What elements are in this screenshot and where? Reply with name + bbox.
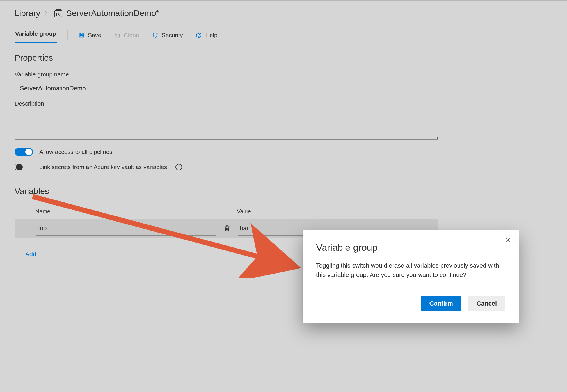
- security-label: Security: [162, 32, 183, 38]
- security-button[interactable]: Security: [149, 29, 186, 41]
- variables-header-row: Name ↑ Value: [15, 204, 438, 219]
- variables-heading: Variables: [15, 186, 552, 196]
- add-variable-button[interactable]: Add: [15, 250, 36, 258]
- vg-name-label: Variable group name: [15, 71, 438, 78]
- svg-rect-0: [116, 34, 119, 37]
- column-name[interactable]: Name ↑: [35, 208, 217, 215]
- var-name-input[interactable]: [36, 221, 216, 236]
- allow-access-toggle[interactable]: [15, 148, 33, 156]
- description-textarea[interactable]: [15, 110, 438, 140]
- help-button[interactable]: Help: [193, 29, 220, 41]
- breadcrumb-library-link[interactable]: Library: [15, 8, 40, 18]
- link-keyvault-label: Link secrets from an Azure key vault as …: [39, 164, 167, 170]
- svg-point-2: [199, 36, 199, 37]
- properties-heading: Properties: [15, 53, 552, 63]
- plus-icon: [15, 251, 21, 257]
- save-icon: [78, 32, 84, 38]
- help-label: Help: [205, 32, 217, 38]
- save-label: Save: [88, 32, 101, 38]
- save-button[interactable]: Save: [76, 29, 104, 41]
- confirm-button[interactable]: Confirm: [421, 296, 461, 311]
- clone-icon: [114, 32, 120, 38]
- add-label: Add: [25, 250, 36, 258]
- vg-name-input[interactable]: [15, 81, 438, 96]
- column-value[interactable]: Value: [237, 208, 419, 215]
- shield-icon: [152, 32, 158, 38]
- clone-label: Clone: [124, 32, 139, 38]
- close-button[interactable]: [504, 236, 512, 244]
- toolbar-divider: [67, 30, 68, 40]
- chevron-right-icon: 〉: [44, 9, 51, 17]
- dialog-title: Variable group: [316, 242, 505, 253]
- allow-access-label: Allow access to all pipelines: [39, 149, 112, 155]
- toolbar: Variable group Save Clone: [15, 28, 552, 43]
- help-icon: [196, 32, 202, 38]
- variable-group-icon: (x): [54, 10, 62, 17]
- dialog-body: Toggling this switch would erase all var…: [316, 261, 505, 279]
- sort-asc-icon: ↑: [52, 209, 55, 215]
- confirm-dialog: Variable group Toggling this switch woul…: [303, 230, 519, 323]
- breadcrumb-title: ServerAutomationDemo*: [66, 8, 159, 18]
- description-label: Description: [15, 100, 438, 107]
- tab-variable-group[interactable]: Variable group: [15, 28, 57, 43]
- delete-variable-button[interactable]: [217, 225, 237, 232]
- column-name-label: Name: [35, 208, 50, 215]
- breadcrumb: Library 〉 (x) ServerAutomationDemo*: [15, 8, 552, 18]
- cancel-button[interactable]: Cancel: [468, 296, 505, 311]
- info-icon[interactable]: i: [175, 164, 182, 170]
- column-value-label: Value: [237, 208, 251, 215]
- clone-button: Clone: [111, 29, 142, 41]
- link-keyvault-toggle[interactable]: [15, 163, 33, 171]
